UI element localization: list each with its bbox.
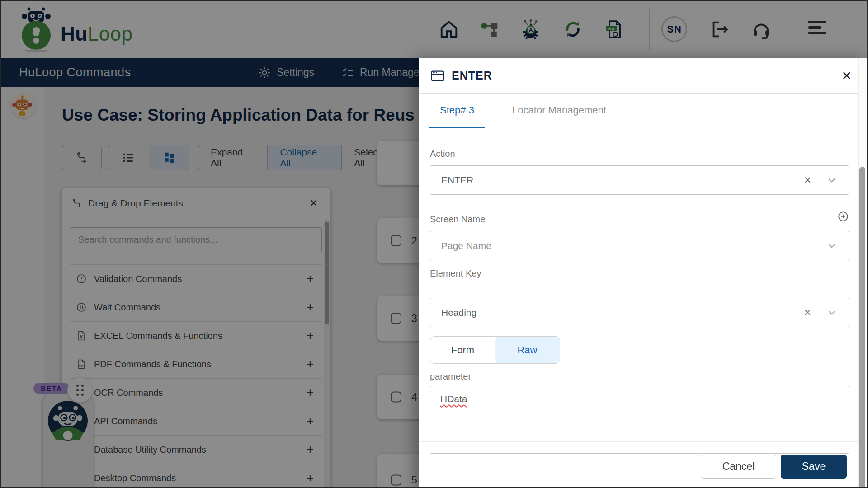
add-screen-icon[interactable] — [837, 211, 849, 222]
chevron-down-icon[interactable] — [826, 307, 838, 319]
form-raw-toggle: Form Raw — [430, 336, 560, 364]
clear-icon[interactable]: ✕ — [797, 307, 818, 318]
drawer-tabs: Step# 3 Locator Management — [419, 94, 848, 128]
clear-icon[interactable]: ✕ — [797, 175, 818, 186]
enter-step-drawer: ENTER ✕ Step# 3 Locator Management Actio… — [419, 58, 868, 488]
form-mode-button[interactable]: Form — [430, 337, 495, 363]
chevron-down-icon[interactable] — [826, 174, 838, 186]
drawer-footer: Cancel Save — [419, 441, 858, 488]
tab-step[interactable]: Step# 3 — [429, 94, 485, 127]
chevron-down-icon[interactable] — [826, 240, 838, 252]
close-icon[interactable]: ✕ — [838, 68, 855, 84]
parameter-label: parameter — [430, 371, 471, 382]
drawer-scrollbar-thumb[interactable] — [859, 167, 865, 488]
save-button[interactable]: Save — [781, 455, 847, 479]
cancel-button[interactable]: Cancel — [701, 455, 776, 479]
raw-mode-button[interactable]: Raw — [495, 337, 560, 363]
drawer-header: ENTER ✕ — [419, 58, 868, 94]
app-window: HuLoop A PDF SN — [0, 0, 868, 488]
screen-name-label: Screen Name — [430, 214, 485, 225]
window-icon — [431, 69, 444, 83]
action-select[interactable]: ENTER ✕ — [430, 165, 849, 195]
element-key-select[interactable]: Heading ✕ — [430, 298, 849, 327]
tab-locator-management[interactable]: Locator Management — [500, 94, 618, 127]
screen-name-select[interactable]: Page Name — [430, 231, 849, 260]
drawer-title: ENTER — [452, 69, 838, 82]
action-label: Action — [430, 149, 455, 159]
active-tab-indicator — [429, 127, 485, 128]
drawer-scrollbar[interactable] — [858, 58, 866, 488]
parameter-value: HData — [440, 394, 467, 404]
element-key-label: Element Key — [430, 268, 481, 279]
